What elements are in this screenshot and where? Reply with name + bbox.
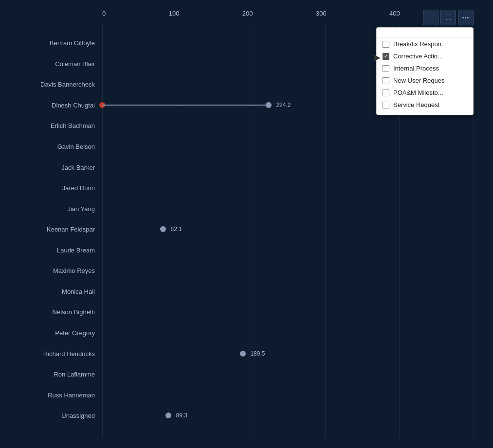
filter-item-label-1: Corrective Actio...: [393, 53, 443, 60]
y-label-ron-laflamme: Ron Laflamme: [54, 371, 95, 378]
more-button[interactable]: •••: [458, 10, 474, 25]
dropdown-panel: Break/fix Respon.▶✓Corrective Actio...In…: [376, 27, 474, 115]
filter-item-label-5: Service Request: [393, 101, 439, 108]
y-label-dinesh-chugtai: Dinesh Chugtai: [52, 101, 95, 108]
filter-item-3[interactable]: New User Reques: [377, 74, 473, 87]
data-dot-richard-hendricks[interactable]: [240, 351, 246, 357]
data-dot-keenan-feldspar[interactable]: [160, 226, 166, 232]
expand-icon: ⛶: [445, 14, 451, 21]
grid-line-0: [102, 24, 103, 438]
data-dot-unassigned[interactable]: [165, 412, 171, 418]
y-label-bertram-gilfoyle: Bertram Gilfoyle: [50, 39, 95, 47]
data-value-label-dinesh-chugtai: 224.2: [276, 102, 291, 108]
y-label-laurie-bream: Laurie Bream: [57, 246, 95, 253]
y-label-maximo-reyes: Maximo Reyes: [53, 267, 95, 274]
y-label-gavin-belson: Gavin Belson: [57, 143, 95, 150]
x-label-100: 100: [169, 10, 180, 17]
filter-item-label-2: Internal Process: [393, 65, 439, 72]
y-label-unassigned: Unassigned: [61, 412, 95, 419]
y-label-nelson-bighetti: Nelson Bighetti: [53, 308, 95, 316]
checkbox-4[interactable]: [383, 90, 389, 96]
filter-item-label-4: POA&M Milesto...: [393, 89, 443, 96]
y-label-russ-hanneman: Russ Hanneman: [48, 391, 95, 398]
data-value-label-richard-hendricks: 189.5: [250, 350, 265, 357]
data-dot-gray-end-dinesh-chugtai[interactable]: [266, 102, 272, 108]
grid-line-500: [474, 24, 474, 438]
checkbox-5[interactable]: [383, 102, 389, 108]
y-label-keenan-feldspar: Keenan Feldspar: [47, 226, 95, 233]
data-line-dinesh-chugtai: [102, 105, 269, 106]
filter-item-5[interactable]: Service Request: [377, 99, 473, 111]
checkbox-wrapper-3: [383, 77, 389, 84]
x-label-0: 0: [102, 10, 106, 17]
chart-container: Bertram GilfoyleColeman BlairDavis Banne…: [0, 0, 493, 448]
data-value-label-keenan-feldspar: 82.1: [171, 226, 182, 233]
filter-item-2[interactable]: Internal Process: [377, 62, 473, 74]
x-label-200: 200: [242, 10, 253, 17]
checkbox-0[interactable]: [383, 41, 389, 48]
y-label-coleman-blair: Coleman Blair: [55, 60, 95, 67]
filter-button[interactable]: [423, 10, 438, 25]
y-label-richard-hendricks: Richard Hendricks: [43, 350, 95, 357]
checkbox-2[interactable]: [383, 65, 389, 72]
y-axis-labels: Bertram GilfoyleColeman BlairDavis Banne…: [0, 24, 100, 438]
checkbox-wrapper-0: [383, 41, 389, 48]
grid-line-200: [251, 24, 251, 438]
y-label-erlich-bachman: Erlich Bachman: [51, 122, 95, 129]
filter-item-label-3: New User Reques: [393, 77, 445, 84]
data-value-label-unassigned: 89.3: [176, 412, 187, 419]
checkbox-wrapper-2: [383, 65, 389, 72]
checkbox-wrapper-5: [383, 102, 389, 108]
y-label-peter-gregory: Peter Gregory: [55, 329, 95, 336]
checkbox-1[interactable]: ✓: [383, 53, 389, 60]
checkbox-3[interactable]: [383, 77, 389, 84]
more-icon: •••: [462, 15, 470, 20]
y-label-jack-barker: Jack Barker: [61, 163, 95, 171]
checkbox-wrapper-4: [383, 90, 389, 96]
expand-button[interactable]: ⛶: [440, 10, 456, 25]
x-label-300: 300: [316, 10, 327, 17]
checkbox-wrapper-1: ▶✓: [383, 53, 389, 60]
dropdown-header: [377, 32, 473, 38]
y-label-jian-yang: Jian Yang: [67, 205, 95, 212]
filter-popup: ⛶ ••• Break/fix Respon.▶✓Corrective Acti…: [376, 10, 474, 115]
y-label-davis-bannercheck: Davis Bannercheck: [40, 81, 95, 88]
toolbar-icons: ⛶ •••: [376, 10, 474, 25]
y-label-jared-dunn: Jared Dunn: [62, 184, 95, 192]
filter-item-4[interactable]: POA&M Milesto...: [377, 87, 473, 99]
y-label-monica-hall: Monica Hall: [62, 287, 95, 295]
grid-line-300: [325, 24, 326, 438]
filter-item-1[interactable]: ▶✓Corrective Actio...: [377, 50, 473, 62]
filter-item-0[interactable]: Break/fix Respon.: [377, 38, 473, 50]
filter-item-label-0: Break/fix Respon.: [393, 40, 443, 48]
